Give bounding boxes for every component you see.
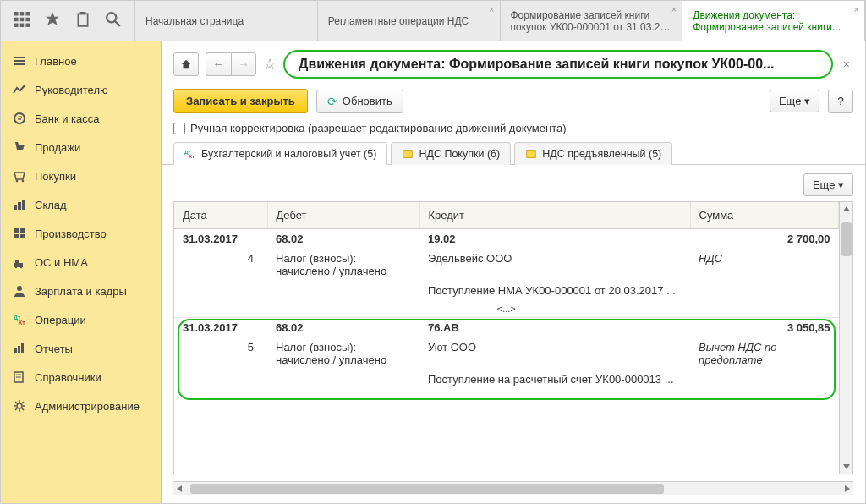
svg-rect-2 (26, 12, 30, 16)
close-icon[interactable]: × (840, 58, 853, 71)
close-icon[interactable]: × (671, 4, 677, 14)
more-button[interactable]: Еще ▾ (770, 90, 819, 112)
close-icon[interactable]: × (489, 4, 494, 14)
svg-point-31 (17, 286, 22, 291)
sidebar-item-admin[interactable]: Администрирование (1, 392, 161, 420)
sidebar-item-purchases[interactable]: Покупки (1, 162, 161, 190)
separator-row: <...> (174, 300, 839, 318)
svg-point-18 (16, 180, 19, 183)
register-icon (402, 148, 414, 160)
svg-rect-7 (20, 24, 25, 28)
sidebar-item-operations[interactable]: ДтКтОперации (1, 305, 161, 334)
table-row[interactable]: 31.03.2017 68.02 76.АВ 3 050,85 (174, 318, 839, 338)
svg-rect-14 (14, 60, 25, 62)
sidebar-label: Главное (35, 55, 77, 68)
sidebar-label: Склад (35, 199, 67, 211)
svg-text:Кт: Кт (189, 153, 195, 159)
tab-label: Формирование записей книги (511, 9, 672, 21)
page-title: Движения документа: Формирование записей… (283, 50, 833, 79)
svg-rect-15 (14, 63, 25, 65)
svg-rect-26 (20, 234, 25, 238)
manual-correction-label: Ручная корректировка (разрешает редактир… (190, 122, 567, 134)
dtkt-icon: ДтКт (184, 148, 196, 160)
refresh-button[interactable]: ⟳Обновить (316, 90, 403, 113)
sidebar-item-catalogs[interactable]: Справочники (1, 363, 161, 392)
tab-doc-movements[interactable]: Движения документа: Формирование записей… (682, 1, 865, 41)
svg-rect-24 (20, 228, 25, 233)
svg-rect-44 (527, 151, 536, 158)
search-icon[interactable] (106, 12, 121, 30)
sidebar-item-main[interactable]: Главное (1, 47, 161, 75)
nav-back-button[interactable]: ← (206, 52, 231, 76)
subtab-vat-purchases[interactable]: НДС Покупки (6) (391, 142, 511, 165)
sidebar-label: Зарплата и кадры (35, 285, 127, 298)
col-sum[interactable]: Сумма (690, 202, 839, 229)
svg-rect-13 (14, 57, 25, 58)
sidebar-item-assets[interactable]: ОС и НМА (1, 248, 161, 277)
svg-rect-34 (14, 348, 17, 353)
svg-rect-28 (15, 260, 19, 263)
clipboard-icon[interactable] (75, 12, 90, 30)
sidebar-item-reports[interactable]: Отчеты (1, 334, 161, 363)
table-row[interactable]: Поступление на расчетный счет УК00-00001… (174, 370, 839, 389)
tab-label: Регламентные операции НДС (328, 15, 490, 27)
subtab-label: Бухгалтерский и налоговый учет (5) (201, 148, 376, 160)
subtab-accounting[interactable]: ДтКт Бухгалтерский и налоговый учет (5) (173, 142, 387, 165)
manual-correction-checkbox[interactable] (173, 123, 185, 134)
horizontal-scrollbar[interactable] (173, 481, 853, 495)
svg-rect-21 (18, 202, 21, 210)
col-date[interactable]: Дата (174, 202, 267, 229)
vertical-scrollbar[interactable] (839, 202, 852, 474)
svg-rect-9 (78, 14, 87, 26)
tab-sublabel: покупок УК00-000001 от 31.03.2017... (511, 21, 672, 33)
sidebar-label: Отчеты (35, 342, 73, 355)
svg-rect-35 (18, 346, 20, 353)
sidebar-item-production[interactable]: Производство (1, 219, 161, 248)
table-row[interactable]: Поступление НМА УК00-000001 от 20.03.201… (174, 281, 839, 300)
tab-form-records[interactable]: Формирование записей книги покупок УК00-… (501, 1, 683, 41)
tab-vat-ops[interactable]: Регламентные операции НДС × (318, 1, 501, 41)
svg-rect-4 (20, 18, 25, 22)
refresh-label: Обновить (343, 95, 392, 107)
svg-rect-3 (14, 18, 19, 22)
svg-rect-10 (80, 12, 86, 14)
sidebar-item-bank[interactable]: ₽Банк и касса (1, 104, 161, 133)
grid-more-button[interactable]: Еще ▾ (803, 173, 853, 196)
sidebar-item-warehouse[interactable]: Склад (1, 190, 161, 219)
tab-sublabel: Формирование записей книги... (693, 21, 854, 33)
subtab-vat-presented[interactable]: НДС предъявленный (5) (514, 142, 672, 165)
close-icon[interactable]: × (854, 4, 859, 14)
grid[interactable]: Дата Дебет Кредит Сумма 31.03.2017 (174, 202, 839, 474)
sidebar-label: Операции (35, 314, 86, 326)
star-icon[interactable] (45, 12, 60, 30)
sidebar-label: Покупки (35, 170, 76, 183)
sidebar-item-manager[interactable]: Руководителю (1, 75, 161, 104)
save-close-button[interactable]: Записать и закрыть (173, 89, 308, 113)
refresh-icon: ⟳ (327, 95, 337, 108)
nav-forward-button[interactable]: → (231, 52, 256, 76)
home-button[interactable] (173, 52, 199, 76)
table-row[interactable]: 31.03.2017 68.02 19.02 2 700,00 (174, 229, 839, 249)
col-debit[interactable]: Дебет (267, 202, 419, 229)
table-row[interactable]: 5 Налог (взносы): начислено / уплачено У… (174, 337, 839, 370)
tab-label: Начальная страница (145, 15, 307, 27)
svg-rect-20 (14, 205, 17, 210)
svg-rect-23 (14, 228, 19, 233)
svg-rect-8 (26, 24, 30, 28)
sidebar-label: Руководителю (35, 84, 108, 96)
tab-start[interactable]: Начальная страница (135, 1, 318, 41)
svg-rect-36 (21, 343, 24, 353)
svg-point-19 (22, 180, 25, 183)
svg-point-29 (15, 266, 17, 268)
sidebar-item-salary[interactable]: Зарплата и кадры (1, 277, 161, 305)
sidebar-item-sales[interactable]: Продажи (1, 133, 161, 162)
sidebar-label: Производство (35, 227, 107, 240)
table-row[interactable]: 4 Налог (взносы): начислено / уплачено Э… (174, 249, 839, 281)
col-credit[interactable]: Кредит (419, 202, 690, 229)
apps-icon[interactable] (14, 12, 30, 30)
svg-text:Кт: Кт (19, 320, 25, 326)
help-button[interactable]: ? (828, 90, 853, 113)
svg-rect-25 (14, 234, 19, 238)
favorite-icon[interactable]: ☆ (263, 55, 277, 74)
sidebar-label: Продажи (35, 141, 80, 154)
